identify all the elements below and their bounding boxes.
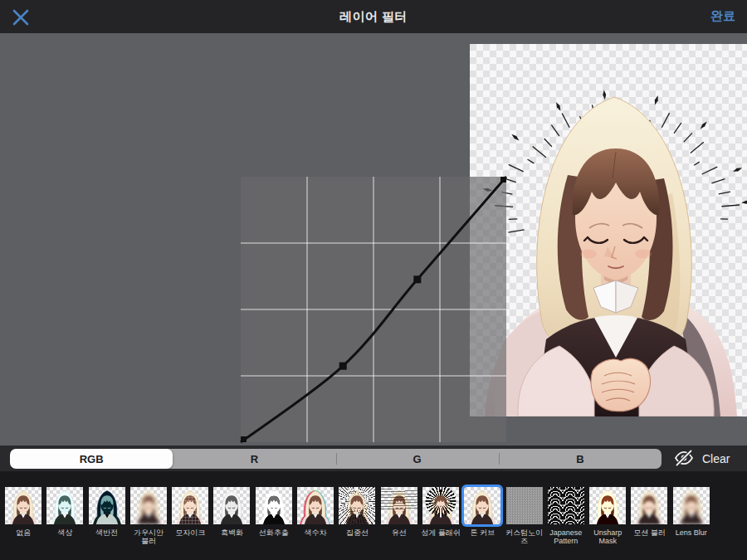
- filter-item-motion[interactable]: 모션 블러: [631, 487, 667, 537]
- thumbnail-artwork: [464, 487, 500, 524]
- filter-item-urchin[interactable]: 성게 플래쉬: [422, 487, 459, 537]
- filter-label: 색수차: [291, 528, 339, 537]
- filter-label: 가우시안 블러: [124, 528, 173, 545]
- filter-item-lens[interactable]: Lens Blur: [673, 487, 710, 537]
- halo-ray: [684, 133, 692, 142]
- thumbnail-artwork: [422, 487, 459, 524]
- thumbnail-artwork: [256, 487, 292, 524]
- filter-item-chromatic[interactable]: 색수차: [297, 487, 334, 537]
- filter-item-focus[interactable]: 집중선: [339, 487, 375, 537]
- filter-thumbnail[interactable]: [89, 487, 125, 524]
- filter-thumbnail[interactable]: [381, 487, 417, 524]
- toggle-preview-visibility-button[interactable]: [669, 447, 699, 470]
- filter-label: 색상: [41, 528, 89, 537]
- thumbnail-effect-overlay: [548, 487, 584, 524]
- eye-off-icon: [673, 449, 695, 467]
- halo-ray: [662, 113, 669, 128]
- layer-filter-screen: 레이어 필터 완료: [0, 0, 747, 560]
- halo-sparkle: [510, 133, 520, 142]
- thumbnail-artwork: [46, 487, 83, 524]
- filter-thumbnail[interactable]: [506, 487, 543, 524]
- thumbnail-artwork: [213, 487, 250, 524]
- close-button[interactable]: [10, 7, 32, 28]
- filter-thumbnail[interactable]: [339, 487, 375, 524]
- filter-label: 집중선: [333, 528, 381, 537]
- filter-thumbnail[interactable]: [5, 487, 42, 524]
- thumbnail-artwork: [339, 487, 375, 524]
- thumbnail-artwork: [631, 487, 667, 524]
- filter-item-gblur[interactable]: 가우시안 블러: [130, 487, 167, 545]
- halo-ray: [544, 139, 552, 147]
- filter-item-noise[interactable]: 커스텀노이 즈: [506, 487, 543, 545]
- preview-artwork: [470, 44, 747, 416]
- tone-curve-editor[interactable]: [241, 177, 506, 442]
- page-title: 레이어 필터: [0, 9, 747, 25]
- thumbnail-artwork: [89, 487, 125, 524]
- filter-item-line[interactable]: 선화추출: [256, 487, 292, 537]
- filter-thumbnail[interactable]: [631, 487, 667, 524]
- curve-control-point[interactable]: [241, 436, 247, 442]
- filter-thumbnail[interactable]: [256, 487, 292, 524]
- curve-control-point[interactable]: [339, 363, 347, 370]
- halo-ray: [533, 146, 546, 157]
- filter-label: 톤 커브: [458, 528, 506, 537]
- clear-button[interactable]: Clear: [702, 450, 730, 468]
- done-button[interactable]: 완료: [710, 8, 735, 24]
- channel-segment-rgb[interactable]: RGB: [10, 449, 173, 469]
- curve-control-point[interactable]: [413, 275, 421, 283]
- filter-item-none[interactable]: 없음: [5, 487, 42, 537]
- tone-curve-graph[interactable]: [241, 177, 506, 442]
- filter-thumbnail[interactable]: [422, 487, 459, 524]
- channel-segment-g[interactable]: G: [336, 449, 499, 469]
- filter-label: 색반전: [83, 528, 131, 537]
- filter-thumbnail[interactable]: [213, 487, 250, 524]
- halo-ray: [562, 114, 569, 128]
- channel-segment-b[interactable]: B: [499, 449, 662, 469]
- filter-label: 유선: [375, 528, 423, 537]
- filter-label: 선화추출: [250, 528, 298, 537]
- filter-thumbnail[interactable]: [548, 487, 584, 524]
- filter-label: Unsharp Mask: [583, 528, 632, 545]
- filter-list: 없음색상색반전가우시안 블러모자이크흑백화선화추출색수차집중선유선성게 플래쉬톤…: [0, 471, 747, 560]
- filter-item-hue[interactable]: 색상: [46, 487, 83, 537]
- filter-thumbnail[interactable]: [589, 487, 626, 524]
- channel-segment-r[interactable]: R: [173, 449, 335, 469]
- filter-thumbnail[interactable]: [46, 487, 83, 524]
- thumbnail-artwork: [673, 487, 710, 524]
- filter-thumbnail[interactable]: [172, 487, 208, 524]
- curve-control-point[interactable]: [500, 177, 506, 183]
- filter-item-mosaic[interactable]: 모자이크: [172, 487, 208, 537]
- halo-ray: [691, 142, 704, 153]
- halo-sparkle: [653, 95, 660, 105]
- halo-sparkle: [603, 90, 607, 100]
- filter-label: 커스텀노이 즈: [500, 528, 549, 545]
- thumbnail-artwork: [381, 487, 417, 524]
- layer-preview-image: [470, 44, 747, 416]
- close-icon: [10, 7, 32, 28]
- thumbnail-artwork: [589, 487, 626, 524]
- halo-ray: [509, 164, 524, 171]
- filter-thumbnail[interactable]: [130, 487, 167, 524]
- filter-item-invert[interactable]: 색반전: [89, 487, 125, 537]
- title-bar: 레이어 필터 완료: [0, 0, 747, 33]
- thumbnail-artwork: [5, 487, 42, 524]
- filter-label: 모자이크: [166, 528, 214, 537]
- filter-thumbnail[interactable]: [297, 487, 334, 524]
- filter-thumbnail[interactable]: [464, 487, 500, 524]
- filter-item-seigaiha[interactable]: Japanese Pattern: [548, 487, 584, 545]
- halo-ray: [721, 205, 740, 207]
- filter-label: 흑백화: [208, 528, 256, 537]
- thumbnail-artwork: [172, 487, 208, 524]
- halo-ray: [528, 159, 535, 163]
- filter-item-unsharp[interactable]: Unsharp Mask: [589, 487, 626, 545]
- filter-item-stream[interactable]: 유선: [381, 487, 417, 537]
- canvas-area: [0, 33, 747, 446]
- filter-label: Japanese Pattern: [542, 528, 590, 545]
- filter-item-tonecurve[interactable]: 톤 커브: [464, 487, 500, 537]
- thumbnail-artwork: [130, 487, 167, 524]
- filter-label: Lens Blur: [667, 528, 715, 537]
- halo-ray: [551, 125, 559, 136]
- filter-item-bw[interactable]: 흑백화: [213, 487, 250, 537]
- halo-sparkle: [732, 166, 743, 173]
- filter-thumbnail[interactable]: [673, 487, 710, 524]
